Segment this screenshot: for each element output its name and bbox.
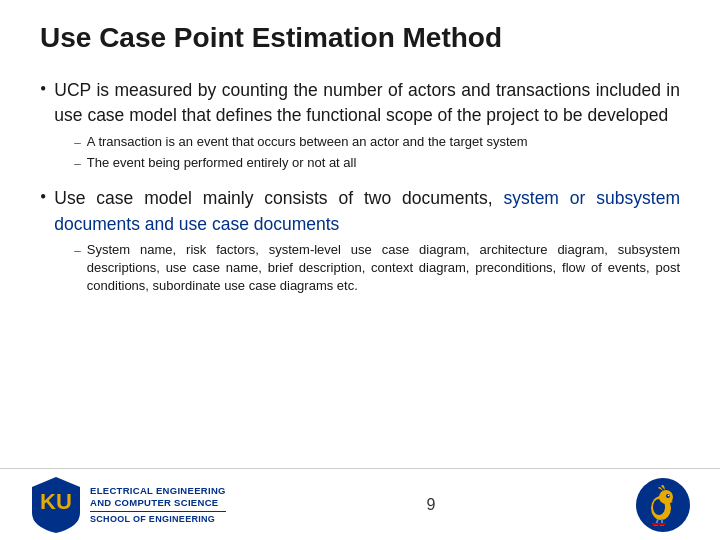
- bullet-text-1: UCP is measured by counting the number o…: [54, 78, 680, 176]
- svg-rect-13: [659, 523, 666, 526]
- sub-bullet-text-1-2: The event being performed entirely or no…: [87, 154, 357, 172]
- bullet-item-2: • Use case model mainly consists of two …: [40, 186, 680, 299]
- sub-bullet-text-2-1: System name, risk factors, system-level …: [87, 241, 680, 296]
- bullet-body-2: Use case model mainly consists of two do…: [54, 186, 680, 237]
- sub-bullet-2-1: – System name, risk factors, system-leve…: [74, 241, 680, 296]
- slide: Use Case Point Estimation Method • UCP i…: [0, 0, 720, 540]
- ku-dept-line2: AND COMPUTER SCIENCE: [90, 497, 226, 509]
- svg-point-7: [668, 494, 670, 496]
- bullet-dot-1: •: [40, 79, 46, 100]
- footer-right: [636, 478, 690, 532]
- slide-footer: KU ELECTRICAL ENGINEERING AND COMPUTER S…: [0, 468, 720, 540]
- svg-point-5: [659, 490, 673, 504]
- ku-divider: [90, 511, 226, 512]
- sub-bullets-1: – A transaction is an event that occurs …: [74, 133, 680, 172]
- jayhawk-mascot: [636, 478, 690, 532]
- bullet-body-1: UCP is measured by counting the number o…: [54, 78, 680, 129]
- ku-shield-icon: KU: [30, 475, 82, 535]
- sub-bullet-dash-1-2: –: [74, 155, 81, 171]
- ku-school-line: SCHOOL OF ENGINEERING: [90, 514, 226, 524]
- ku-dept-line1: ELECTRICAL ENGINEERING: [90, 485, 226, 497]
- ku-text-block: ELECTRICAL ENGINEERING AND COMPUTER SCIE…: [90, 485, 226, 525]
- sub-bullet-1-2: – The event being performed entirely or …: [74, 154, 680, 172]
- bullet-text-2: Use case model mainly consists of two do…: [54, 186, 680, 299]
- page-number: 9: [426, 496, 435, 514]
- sub-bullet-dash-1-1: –: [74, 134, 81, 150]
- sub-bullet-text-1-1: A transaction is an event that occurs be…: [87, 133, 528, 151]
- slide-content: • UCP is measured by counting the number…: [0, 68, 720, 468]
- sub-bullets-2: – System name, risk factors, system-leve…: [74, 241, 680, 296]
- bullet-item-1: • UCP is measured by counting the number…: [40, 78, 680, 176]
- sub-bullet-1-1: – A transaction is an event that occurs …: [74, 133, 680, 151]
- bullet-dot-2: •: [40, 187, 46, 208]
- svg-text:KU: KU: [40, 489, 72, 514]
- svg-rect-12: [652, 523, 660, 526]
- ku-logo: KU ELECTRICAL ENGINEERING AND COMPUTER S…: [30, 475, 226, 535]
- footer-left: KU ELECTRICAL ENGINEERING AND COMPUTER S…: [30, 475, 226, 535]
- slide-title: Use Case Point Estimation Method: [0, 0, 720, 68]
- sub-bullet-dash-2-1: –: [74, 242, 81, 258]
